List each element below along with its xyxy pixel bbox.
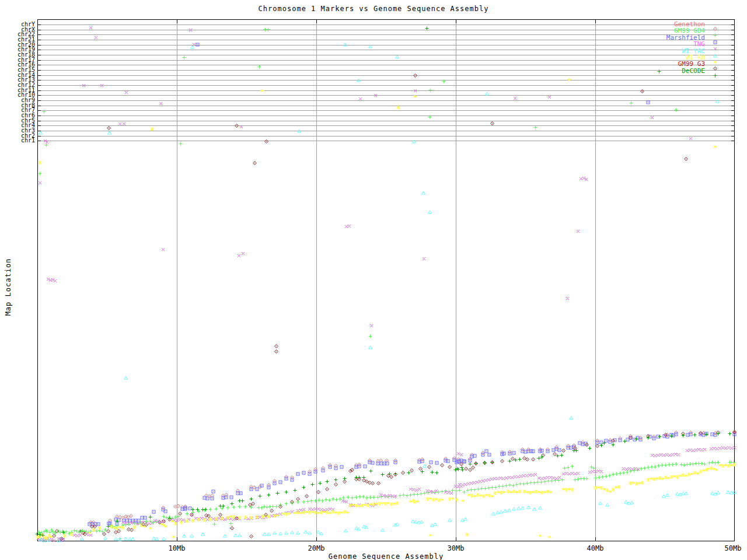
data-point bbox=[448, 518, 452, 522]
data-point bbox=[212, 522, 217, 526]
data-point bbox=[284, 531, 288, 535]
data-point bbox=[243, 515, 247, 519]
left-tick bbox=[37, 55, 41, 55]
data-point bbox=[420, 520, 424, 524]
data-point bbox=[290, 530, 294, 534]
data-point bbox=[412, 139, 416, 144]
right-tick bbox=[731, 55, 735, 55]
data-point bbox=[163, 524, 167, 528]
data-point bbox=[130, 528, 134, 532]
data-point bbox=[413, 89, 417, 93]
data-point bbox=[368, 345, 372, 349]
data-point bbox=[566, 466, 570, 470]
data-point bbox=[106, 524, 110, 528]
data-point bbox=[39, 131, 43, 135]
data-point bbox=[681, 433, 685, 438]
data-point bbox=[278, 531, 282, 536]
right-tick bbox=[731, 70, 735, 71]
data-point bbox=[429, 460, 433, 464]
data-point bbox=[420, 470, 424, 474]
data-point bbox=[413, 74, 417, 78]
right-tick bbox=[731, 60, 735, 61]
data-point bbox=[103, 536, 107, 540]
data-point bbox=[340, 465, 344, 469]
right-tick bbox=[731, 95, 735, 96]
data-point bbox=[636, 467, 640, 471]
data-point bbox=[310, 482, 315, 487]
data-point bbox=[53, 279, 57, 283]
top-tick bbox=[595, 19, 596, 23]
bottom-tick bbox=[595, 537, 596, 541]
data-point bbox=[122, 122, 126, 126]
data-point bbox=[238, 505, 242, 509]
data-point bbox=[205, 496, 210, 501]
right-tick bbox=[731, 40, 735, 40]
data-point bbox=[513, 96, 517, 100]
top-tick bbox=[316, 19, 317, 23]
data-point bbox=[163, 509, 167, 513]
data-point bbox=[574, 449, 578, 453]
data-point bbox=[191, 508, 195, 512]
data-point bbox=[241, 251, 245, 256]
y-axis-label: Map Location bbox=[4, 246, 12, 328]
data-point bbox=[235, 516, 239, 520]
data-point bbox=[611, 443, 615, 447]
data-point bbox=[102, 532, 106, 536]
chromosome-gridline bbox=[37, 45, 735, 46]
legend-marker bbox=[713, 49, 717, 53]
data-point bbox=[508, 459, 512, 463]
data-point bbox=[507, 508, 511, 512]
data-point bbox=[689, 136, 693, 141]
data-point bbox=[617, 485, 621, 489]
data-point bbox=[118, 122, 122, 126]
data-point bbox=[267, 532, 271, 536]
data-point bbox=[566, 296, 570, 300]
data-point bbox=[629, 101, 633, 105]
data-point bbox=[684, 157, 688, 161]
data-point bbox=[78, 529, 82, 533]
data-point bbox=[93, 524, 97, 528]
data-point bbox=[273, 481, 277, 485]
data-point bbox=[172, 535, 176, 539]
data-point bbox=[274, 505, 278, 509]
left-tick bbox=[37, 30, 41, 30]
data-point bbox=[430, 470, 434, 474]
chromosome-gridline bbox=[37, 110, 735, 111]
data-point bbox=[658, 435, 662, 439]
data-point bbox=[258, 494, 262, 498]
right-tick bbox=[731, 141, 735, 141]
data-point bbox=[82, 83, 86, 88]
data-point bbox=[428, 88, 432, 92]
data-point bbox=[455, 467, 459, 471]
x-tick-label: 30Mb bbox=[438, 544, 473, 552]
data-point bbox=[155, 537, 159, 541]
data-point bbox=[316, 490, 320, 494]
data-point bbox=[490, 460, 494, 464]
data-point bbox=[451, 496, 455, 501]
chromosome-gridline bbox=[37, 106, 735, 106]
data-point bbox=[485, 92, 489, 96]
data-point bbox=[674, 462, 678, 466]
data-point bbox=[715, 99, 720, 103]
data-point bbox=[235, 124, 239, 128]
data-point bbox=[346, 495, 350, 499]
data-point bbox=[569, 416, 573, 420]
data-point bbox=[308, 472, 312, 476]
data-point bbox=[226, 506, 230, 510]
data-point bbox=[144, 523, 148, 527]
data-point bbox=[446, 459, 450, 463]
data-point bbox=[512, 451, 516, 455]
data-point bbox=[117, 529, 121, 533]
left-tick bbox=[37, 70, 41, 71]
x-tick-label: 10Mb bbox=[159, 544, 194, 552]
data-point bbox=[549, 490, 553, 494]
data-point bbox=[420, 459, 424, 463]
data-point bbox=[203, 518, 207, 522]
data-point bbox=[253, 161, 257, 165]
right-tick bbox=[731, 45, 735, 46]
right-tick bbox=[731, 85, 735, 86]
data-point bbox=[240, 499, 245, 503]
data-point bbox=[371, 461, 375, 465]
chart-title: Chromosome 1 Markers vs Genome Sequence … bbox=[0, 5, 747, 13]
legend-item-gm99-gb4: GM99 GB4 bbox=[641, 27, 705, 34]
